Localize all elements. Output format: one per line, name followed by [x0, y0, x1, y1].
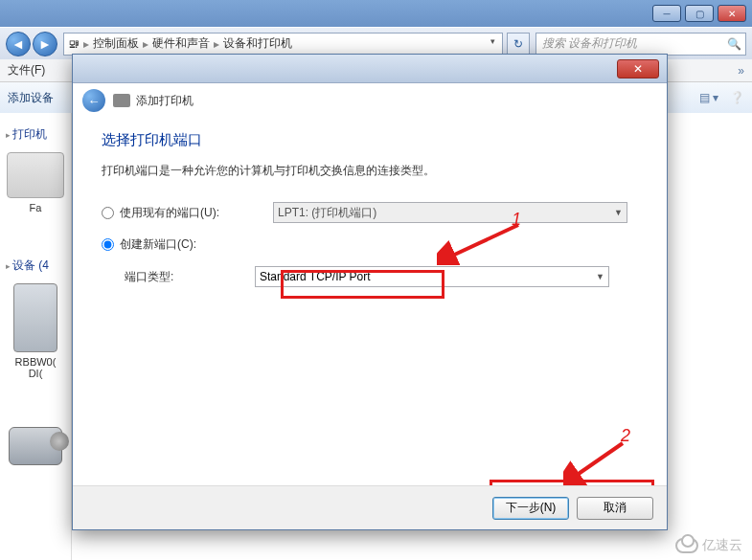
menu-file[interactable]: 文件(F): [8, 62, 45, 78]
breadcrumb-seg3[interactable]: 设备和打印机: [219, 35, 296, 52]
dialog-header-text: 添加打印机: [136, 93, 194, 109]
search-input[interactable]: 搜索 设备和打印机 🔍: [536, 33, 746, 56]
port-type-select[interactable]: Standard TCP/IP Port ▼: [255, 266, 609, 287]
device-label-2: DI(: [4, 368, 67, 379]
watermark-text: 亿速云: [702, 537, 742, 554]
radio-use-existing-label[interactable]: 使用现有的端口(U):: [120, 205, 273, 221]
minimize-button[interactable]: ─: [652, 5, 681, 22]
svg-line-3: [573, 443, 623, 478]
refresh-button[interactable]: ↻: [507, 33, 530, 56]
search-placeholder: 搜索 设备和打印机: [542, 35, 637, 52]
dialog-back-button[interactable]: ←: [82, 89, 105, 112]
chevron-down-icon: ▼: [614, 208, 623, 217]
storage-device-icon[interactable]: [13, 283, 57, 352]
printer-icon: [113, 94, 130, 107]
dialog-close-button[interactable]: ✕: [617, 59, 659, 78]
search-icon: 🔍: [727, 37, 741, 51]
explorer-body-left: 打印机 Fa 设备 (4 RBBW0( DI(: [0, 113, 72, 560]
nav-forward-button[interactable]: ►: [33, 32, 57, 56]
toolbar-help-icon[interactable]: ❔: [730, 91, 744, 104]
device-label-1: RBBW0(: [4, 356, 67, 368]
breadcrumb-dropdown-icon[interactable]: ▾: [485, 36, 500, 52]
breadcrumb-seg2[interactable]: 硬件和声音: [148, 35, 214, 52]
radio-use-existing-row: 使用现有的端口(U): LPT1: (打印机端口) ▼: [102, 202, 638, 223]
watermark: 亿速云: [675, 537, 742, 554]
existing-port-select: LPT1: (打印机端口) ▼: [273, 202, 627, 223]
existing-port-value: LPT1: (打印机端口): [278, 205, 376, 221]
menu-chevrons-icon[interactable]: »: [738, 64, 744, 78]
radio-create-new-label[interactable]: 创建新端口(C):: [120, 236, 273, 253]
port-type-label: 端口类型:: [125, 269, 255, 285]
nav-back-button[interactable]: ◄: [6, 32, 31, 56]
toolbar-view-icon[interactable]: ▤ ▾: [699, 91, 718, 104]
window-titlebar: ─ ▢ ✕: [0, 0, 752, 27]
fax-device-label: Fa: [4, 202, 67, 213]
camera-device-icon[interactable]: [9, 427, 62, 465]
dialog-footer: 下一步(N) 取消: [73, 485, 667, 529]
chevron-down-icon[interactable]: ▼: [596, 272, 604, 281]
port-type-row: 端口类型: Standard TCP/IP Port ▼: [125, 266, 638, 287]
radio-create-new-row: 创建新端口(C):: [102, 236, 638, 253]
section-devices-header[interactable]: 设备 (4: [6, 258, 67, 274]
port-type-value: Standard TCP/IP Port: [260, 270, 371, 283]
dialog-header: ← 添加打印机: [73, 83, 667, 118]
section-printers-header[interactable]: 打印机: [6, 126, 67, 143]
dialog-titlebar: ✕: [73, 55, 667, 83]
dialog-description: 打印机端口是一种允许您的计算机与打印机交换信息的连接类型。: [102, 163, 638, 179]
annotation-arrow-2: [563, 437, 630, 485]
breadcrumb-seg1[interactable]: 控制面板: [89, 35, 143, 52]
address-breadcrumb[interactable]: 🖳 ▸ 控制面板 ▸ 硬件和声音 ▸ 设备和打印机 ▾: [63, 33, 503, 56]
add-printer-dialog: ✕ ← 添加打印机 选择打印机端口 打印机端口是一种允许您的计算机与打印机交换信…: [72, 54, 668, 530]
close-button[interactable]: ✕: [718, 5, 746, 22]
radio-create-new[interactable]: [102, 238, 114, 251]
breadcrumb-icon: 🖳: [64, 37, 83, 51]
radio-use-existing[interactable]: [102, 207, 114, 219]
next-button[interactable]: 下一步(N): [492, 497, 569, 520]
fax-device-icon[interactable]: [7, 152, 64, 198]
cloud-icon: [675, 538, 698, 553]
maximize-button[interactable]: ▢: [685, 5, 714, 22]
dialog-body: 选择打印机端口 打印机端口是一种允许您的计算机与打印机交换信息的连接类型。 使用…: [73, 118, 667, 287]
toolbar-add-device[interactable]: 添加设备: [8, 90, 54, 106]
dialog-title: 选择打印机端口: [102, 131, 638, 149]
cancel-button[interactable]: 取消: [577, 497, 653, 520]
